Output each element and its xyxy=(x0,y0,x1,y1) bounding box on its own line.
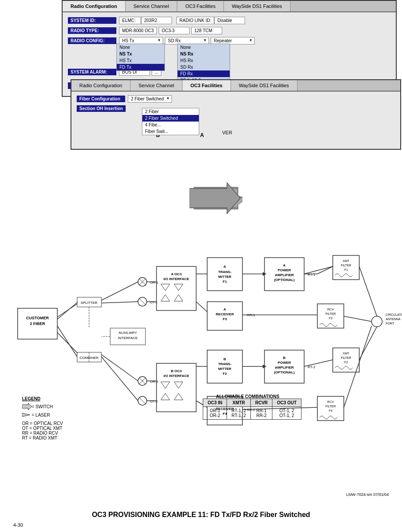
elmc-value[interactable]: 203R2 xyxy=(141,17,172,24)
col-rcvr: RCVR xyxy=(250,399,272,407)
ver-text: VER xyxy=(222,130,232,135)
svg-line-99 xyxy=(101,355,138,381)
svg-line-98 xyxy=(101,302,138,303)
tab-service-channel[interactable]: Service Channel xyxy=(126,1,178,11)
system-alarm-label: SYSTEM ALARM: xyxy=(68,69,116,75)
svg-line-95 xyxy=(57,302,78,319)
cell-oc3in-1: OR-1OR-2 xyxy=(203,407,227,420)
svg-text:INTERFACE: INTERFACE xyxy=(118,336,138,340)
radio-link-id-value[interactable]: Disable xyxy=(214,17,245,24)
oc3-3-value[interactable]: OC3-3 xyxy=(159,27,190,34)
table-row: OR-1OR-2 RT-1, 2RT-1, 2 RR-1RR-2 OT-1, 2… xyxy=(203,407,302,420)
tab2-oc3-facilities[interactable]: OC3 Facilities xyxy=(182,80,231,91)
switch-label: = SWITCH xyxy=(32,404,53,409)
svg-text:FILTER: FILTER xyxy=(325,405,336,408)
svg-line-27 xyxy=(139,398,145,404)
svg-line-113 xyxy=(304,266,333,274)
radio-type-row: RADIO TYPE: MDR-8000 OC3 OC3-3 128 TCM xyxy=(68,27,391,34)
svg-point-91 xyxy=(372,316,382,327)
ot-legend: OT = OPTICAL XMT xyxy=(22,426,63,431)
fiber-2fiber-switched[interactable]: 2 Fiber Switched xyxy=(142,115,199,122)
svg-marker-39 xyxy=(161,382,170,388)
svg-text:POWER: POWER xyxy=(278,268,291,272)
cell-xmtr-1: RT-1, 2RT-1, 2 xyxy=(227,407,251,420)
svg-marker-42 xyxy=(174,393,183,400)
svg-line-118 xyxy=(344,316,372,321)
svg-marker-124 xyxy=(22,403,32,410)
svg-text:(OPTIONAL): (OPTIONAL) xyxy=(274,370,295,374)
dropdown-ns-tx[interactable]: NS Tx xyxy=(117,51,164,57)
svg-text:FILTER: FILTER xyxy=(325,312,336,315)
or-legend: OR = OPTICAL RCV xyxy=(22,421,63,426)
svg-text:AUXILIARY: AUXILIARY xyxy=(119,331,137,335)
footer-ref: LMW-7024-sm 07/01/04 xyxy=(346,492,389,497)
svg-line-97 xyxy=(101,282,138,300)
svg-line-20 xyxy=(139,299,145,305)
cell-oc3out-1: OT-1, 2OT-1, 2 xyxy=(272,407,301,420)
tab-bar-1: Radio Configuration Service Channel OC3 … xyxy=(63,1,396,12)
section-oh-label: Section OH Insertion xyxy=(77,105,126,112)
svg-line-106 xyxy=(196,302,207,312)
switch-icon xyxy=(22,403,32,410)
svg-text:PORT: PORT xyxy=(386,322,395,325)
svg-marker-41 xyxy=(161,393,170,400)
tab-oc3-facilities[interactable]: OC3 Facilities xyxy=(177,1,223,11)
tab2-wayside-ds1[interactable]: WaySide DS1 Facilities xyxy=(231,80,298,91)
svg-text:RT-2: RT-2 xyxy=(308,365,316,369)
svg-text:FILTER: FILTER xyxy=(341,264,351,267)
svg-marker-33 xyxy=(174,284,183,291)
svg-text:RCV: RCV xyxy=(328,400,334,403)
radio-config-label: RADIO CONFIG: xyxy=(68,37,116,44)
svg-text:SPLITTER: SPLITTER xyxy=(81,301,97,305)
legend-title: LEGEND xyxy=(22,396,63,401)
dropdown-hs-tx[interactable]: HS Tx xyxy=(117,57,164,64)
svg-marker-34 xyxy=(161,295,170,301)
svg-text:B: B xyxy=(283,356,286,360)
radio-type-value[interactable]: MDR-8000 OC3 xyxy=(119,27,157,34)
radio-link-id-label: RADIO LINK ID: xyxy=(176,17,214,24)
svg-text:CIRCULATOR: CIRCULATOR xyxy=(386,313,402,316)
tab-wayside-ds1[interactable]: WaySide DS1 Facilities xyxy=(224,1,290,11)
sd-dropdown-fd-rx[interactable]: FD Rx xyxy=(178,70,230,77)
tab2-radio-config[interactable]: Radio Configuration xyxy=(71,80,130,91)
tcm-value[interactable]: 128 TCM xyxy=(191,27,222,34)
fiber-fiber-swit[interactable]: Fiber Swit... xyxy=(142,128,199,135)
laser-icon xyxy=(22,411,32,418)
sd-dropdown-sd-rx[interactable]: SD Rx xyxy=(178,64,230,70)
fiber-4fiber[interactable]: 4 Fibe... xyxy=(142,122,199,128)
cell-rcvr-1: RR-1RR-2 xyxy=(250,407,272,420)
fiber-config-dropdown[interactable]: 2 Fiber Switched xyxy=(128,95,172,103)
tab2-service-channel[interactable]: Service Channel xyxy=(130,80,182,91)
svg-text:AMPLIFIER: AMPLIFIER xyxy=(275,273,294,277)
sd-dropdown-ns-rx[interactable]: NS Rx xyxy=(178,51,230,57)
svg-marker-125 xyxy=(22,413,30,417)
svg-text:I/O INTERFACE: I/O INTERFACE xyxy=(164,374,190,378)
combinations-table: OC3 IN XMTR RCVR OC3 OUT OR-1OR-2 RT-1, … xyxy=(203,399,302,420)
fiber-dropdown-list[interactable]: 2 Fiber 2 Fiber Switched 4 Fibe... Fiber… xyxy=(142,108,199,135)
svg-text:RCV: RCV xyxy=(328,308,334,311)
svg-text:F3: F3 xyxy=(329,317,332,320)
svg-text:B OC3: B OC3 xyxy=(171,369,182,373)
svg-text:F2: F2 xyxy=(223,372,227,376)
fiber-2fiber[interactable]: 2 Fiber xyxy=(142,108,199,115)
tab-radio-config[interactable]: Radio Configuration xyxy=(63,1,126,11)
svg-marker-35 xyxy=(174,295,183,301)
dropdown-fd-tx[interactable]: FD Tx xyxy=(117,64,164,70)
switch-legend-item: = SWITCH xyxy=(22,403,63,410)
col-oc3out: OC3 OUT xyxy=(272,399,301,407)
dropdown-none[interactable]: None xyxy=(117,44,164,51)
svg-text:F4: F4 xyxy=(329,409,332,412)
svg-text:POWER: POWER xyxy=(278,361,291,365)
svg-text:TRANS-: TRANS- xyxy=(218,362,232,366)
svg-line-96 xyxy=(57,332,78,353)
svg-text:MITTER: MITTER xyxy=(218,275,231,279)
svg-line-100 xyxy=(101,357,138,401)
rt-legend: RT = RADIO XMT xyxy=(22,436,63,440)
svg-text:MITTER: MITTER xyxy=(218,367,231,371)
svg-text:OR-1: OR-1 xyxy=(150,281,159,284)
sd-dropdown-hs-rx[interactable]: HS Rx xyxy=(178,57,230,64)
sd-dropdown-none[interactable]: None xyxy=(178,44,230,51)
svg-text:F2: F2 xyxy=(344,361,348,364)
svg-text:(OPTIONAL): (OPTIONAL) xyxy=(274,278,295,282)
svg-marker-40 xyxy=(174,382,183,388)
